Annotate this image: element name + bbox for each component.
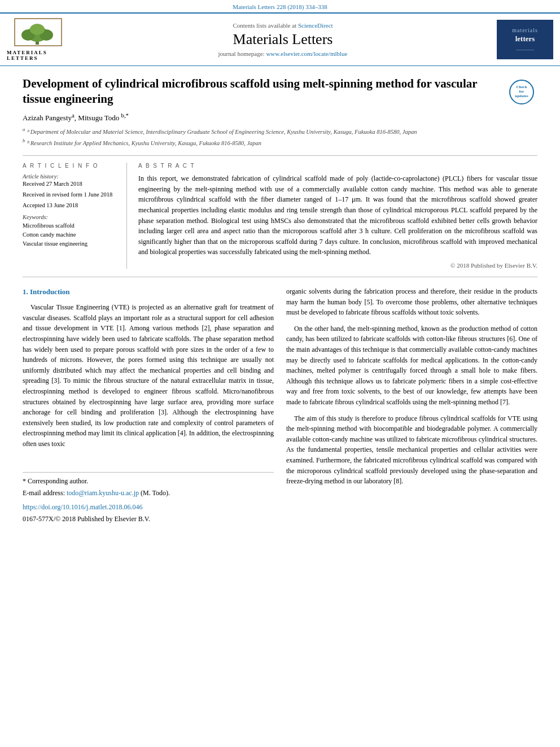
right-para-1: organic solvents during the fabrication … <box>286 286 537 318</box>
ml-badge-title: letters <box>515 34 535 43</box>
keyword-1: Microfibrous scaffold <box>23 221 119 230</box>
check-for-updates-badge: Checkforupdates <box>509 80 537 104</box>
right-column: organic solvents during the fabrication … <box>286 286 537 526</box>
footnote-divider <box>23 472 274 473</box>
issn-text: 0167-577X/© 2018 Published by Elsevier B… <box>23 515 150 523</box>
citation-text: Materials Letters 228 (2018) 334–338 <box>233 3 327 10</box>
right-para-3: The aim of this study is therefore to pr… <box>286 413 537 487</box>
keywords-label: Keywords: <box>23 214 119 220</box>
journal-title: Materials Letters <box>75 31 491 48</box>
elsevier-logo-block: materials letters <box>7 18 69 61</box>
received-date: Received 27 March 2018 <box>23 181 119 187</box>
abstract-section: A B S T R A C T In this report, we demon… <box>138 163 537 269</box>
ml-badge-sub: ———— <box>516 47 534 53</box>
issn-line: 0167-577X/© 2018 Published by Elsevier B… <box>23 514 274 525</box>
intro-title-label: Introduction <box>30 287 70 296</box>
sciencedirect-link[interactable]: ScienceDirect <box>298 22 333 29</box>
journal-homepage: journal homepage: www.elsevier.com/locat… <box>75 50 491 57</box>
affiliation-a: a ᵃ Department of Molecular and Material… <box>23 126 502 136</box>
journal-header: materials letters Contents lists availab… <box>0 12 560 66</box>
paper-title-block: Development of cylindrical microfibrous … <box>23 76 502 150</box>
paper-authors: Azizah Pangestya, Mitsugu Todo b,* <box>23 112 502 123</box>
doi-line: https://doi.org/10.1016/j.matlet.2018.06… <box>23 502 274 513</box>
elsevier-tree-icon <box>14 18 62 46</box>
journal-logo-right: materials letters ———— <box>497 20 553 59</box>
email-label: E-mail address: <box>23 489 65 497</box>
intro-paragraph-1: Vascular Tissue Engineering (VTE) is pro… <box>23 302 274 449</box>
affiliations: a ᵃ Department of Molecular and Material… <box>23 126 502 147</box>
sup-star: * <box>126 112 129 119</box>
ml-badge-label: materials <box>512 27 538 33</box>
main-content: Development of cylindrical microfibrous … <box>0 66 560 532</box>
author-azizah: Azizah Pangestya, Mitsugu Todo b,* <box>23 113 129 122</box>
two-column-body: 1. Introduction Vascular Tissue Engineer… <box>23 286 537 526</box>
paper-header: Development of cylindrical microfibrous … <box>23 76 537 150</box>
affiliation-b-text: ᵇ Research Institute for Applied Mechani… <box>27 140 261 146</box>
article-info-heading: A R T I C L E I N F O <box>23 163 119 169</box>
citation-bar: Materials Letters 228 (2018) 334–338 <box>0 0 560 12</box>
affiliation-b: b ᵇ Research Institute for Applied Mecha… <box>23 137 502 147</box>
sup-a: a <box>72 112 75 119</box>
abstract-heading: A B S T R A C T <box>138 163 537 169</box>
keyword-2: Cotton candy machine <box>23 230 119 239</box>
revised-date: Received in revised form 1 June 2018 <box>23 191 119 198</box>
svg-point-5 <box>30 24 45 35</box>
email-link[interactable]: todo@riam.kyushu-u.ac.jp <box>67 489 139 497</box>
contents-text: Contents lists available at <box>233 22 298 29</box>
intro-number: 1. <box>23 287 28 296</box>
intro-section-title: 1. Introduction <box>23 286 274 298</box>
keyword-3: Vascular tissue engineering <box>23 239 119 248</box>
check-badge-text: Checkforupdates <box>515 85 528 98</box>
article-info-panel: A R T I C L E I N F O Article history: R… <box>23 163 127 269</box>
email-name: (M. Todo). <box>141 489 170 497</box>
journal-center: Contents lists available at ScienceDirec… <box>75 22 491 57</box>
paper-title: Development of cylindrical microfibrous … <box>23 76 502 107</box>
contents-line: Contents lists available at ScienceDirec… <box>75 22 491 29</box>
left-column: 1. Introduction Vascular Tissue Engineer… <box>23 286 274 526</box>
article-body: A R T I C L E I N F O Article history: R… <box>23 155 537 269</box>
footnote-area: * Corresponding author. E-mail address: … <box>23 455 274 525</box>
corresponding-label: * Corresponding author. <box>23 477 88 485</box>
aff-sup-a: a <box>23 126 25 132</box>
doi-link[interactable]: https://doi.org/10.1016/j.matlet.2018.06… <box>23 503 142 511</box>
keywords-block: Keywords: Microfibrous scaffold Cotton c… <box>23 214 119 248</box>
elsevier-wordmark: materials letters <box>7 50 69 61</box>
history-label: Article history: <box>23 173 119 180</box>
content-divider <box>23 277 537 277</box>
corresponding-author-note: * Corresponding author. <box>23 476 274 487</box>
aff-sup-b: b <box>23 138 25 143</box>
accepted-date: Accepted 13 June 2018 <box>23 202 119 208</box>
copyright-line: © 2018 Published by Elsevier B.V. <box>138 262 537 269</box>
sup-b: b, <box>121 112 125 119</box>
homepage-link[interactable]: www.elsevier.com/locate/mlblue <box>266 50 347 57</box>
email-note: E-mail address: todo@riam.kyushu-u.ac.jp… <box>23 488 274 499</box>
abstract-text: In this report, we demonstrated fabricat… <box>138 173 537 257</box>
affiliation-a-text: ᵃ Department of Molecular and Material S… <box>27 128 417 134</box>
page: Materials Letters 228 (2018) 334–338 mat… <box>0 0 560 747</box>
homepage-label: journal homepage: <box>218 50 266 57</box>
check-circle-icon: Checkforupdates <box>509 80 534 104</box>
right-para-2: On the other hand, the melt-spinning met… <box>286 324 537 408</box>
